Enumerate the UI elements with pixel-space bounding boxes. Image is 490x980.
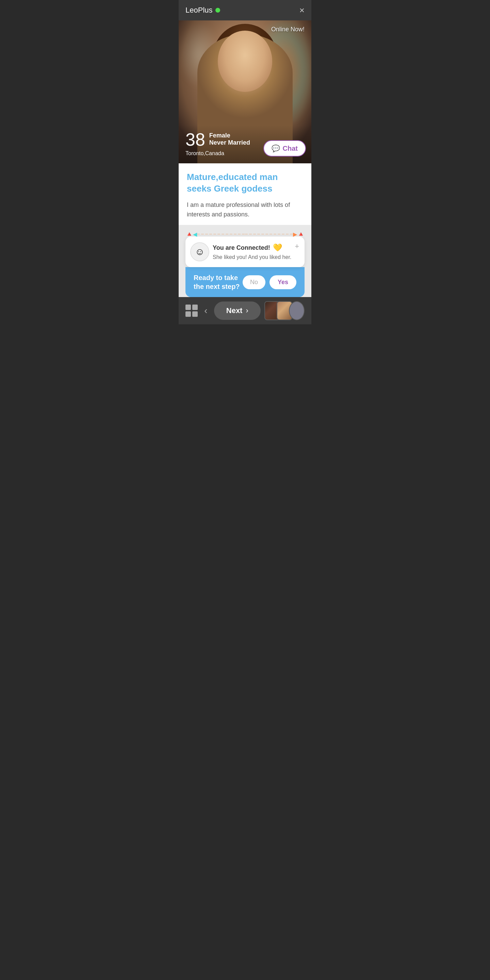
marital-status: Never Married — [209, 139, 250, 146]
yes-button[interactable]: Yes — [269, 275, 296, 289]
grid-cell-4 — [192, 311, 198, 317]
grid-menu-button[interactable] — [185, 305, 198, 317]
grid-cell-2 — [192, 305, 198, 310]
grid-cell-1 — [185, 305, 191, 310]
no-button[interactable]: No — [243, 275, 266, 289]
connected-card: ☺ You are Connected! 💛 She liked you! An… — [185, 237, 305, 267]
bunting-decoration: 🔺 ◀ ▶ 🔺 — [185, 231, 305, 238]
gender-marriage: Female Never Married — [209, 130, 250, 146]
chat-button-label: Chat — [283, 145, 298, 153]
chat-icon: 💬 — [272, 144, 280, 153]
thumbnail-3[interactable] — [289, 301, 305, 320]
bunting-flag-cyan: ◀ — [193, 231, 197, 237]
plus-button[interactable]: + — [295, 242, 299, 251]
chat-button[interactable]: 💬 Chat — [263, 140, 306, 156]
next-button[interactable]: Next › — [214, 301, 261, 320]
gender-text: Female — [209, 132, 250, 139]
app-title: LeoPlus — [185, 6, 213, 14]
smiley-icon: ☺ — [195, 247, 205, 257]
bunting-flag-right-orange: ▶ — [293, 231, 297, 237]
connected-title: You are Connected! 💛 — [213, 243, 298, 252]
thumbnail-previews — [264, 301, 305, 320]
bio-body: I am a mature professional with lots of … — [187, 200, 303, 220]
grid-cell-3 — [185, 311, 191, 317]
bio-section: Mature,educated man seeks Greek godess I… — [179, 163, 311, 225]
popup-area: 🔺 ◀ ▶ 🔺 ☺ You are Connected! 💛 She liked… — [179, 225, 311, 297]
bunting-flag-right: 🔺 — [297, 231, 305, 238]
banner-buttons: No Yes — [243, 275, 296, 289]
back-button[interactable]: ‹ — [202, 302, 210, 319]
location: Toronto,Canada — [185, 150, 224, 156]
smiley-avatar: ☺ — [190, 242, 209, 261]
connected-title-text: You are Connected! — [213, 244, 270, 251]
bottom-nav: ‹ Next › — [179, 297, 311, 324]
profile-photo: 38 Female Never Married Toronto,Canada O… — [179, 21, 311, 163]
bunting-line-right — [245, 234, 293, 234]
online-indicator — [215, 8, 220, 13]
next-arrow-icon: › — [246, 306, 248, 315]
person-face — [218, 30, 272, 92]
next-step-text: Ready to take the next step? — [194, 273, 243, 291]
close-button[interactable]: × — [299, 6, 305, 14]
bunting-flag-left: 🔺 — [185, 231, 193, 238]
header-left: LeoPlus — [185, 6, 220, 14]
next-step-banner: Ready to take the next step? No Yes — [185, 267, 305, 297]
connected-subtitle: She liked you! And you liked her. — [213, 254, 298, 260]
age-number: 38 — [185, 130, 205, 148]
next-button-label: Next — [226, 306, 243, 315]
online-now-label: Online Now! — [271, 26, 305, 33]
header: LeoPlus × — [179, 0, 311, 21]
heart-emoji: 💛 — [273, 243, 282, 252]
bio-title: Mature,educated man seeks Greek godess — [187, 172, 303, 195]
bunting-line-left — [197, 234, 245, 234]
